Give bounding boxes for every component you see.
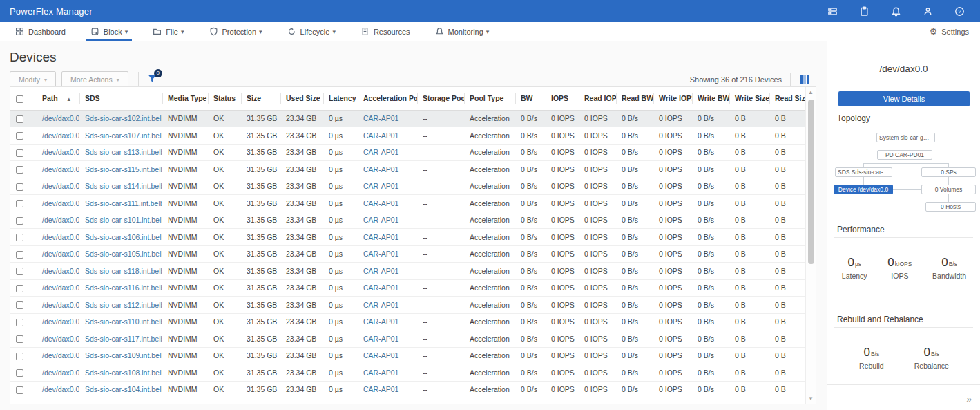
sds-link[interactable]: Sds-sio-car-s116.int.belbone.be bbox=[85, 283, 162, 292]
path-link[interactable]: /dev/dax0.0 bbox=[42, 301, 79, 309]
acceleration_pool-link[interactable]: CAR-AP01 bbox=[363, 131, 398, 140]
column-settings-button[interactable] bbox=[799, 75, 810, 84]
path-link[interactable]: /dev/dax0.0 bbox=[42, 385, 79, 393]
sds-link[interactable]: Sds-sio-car-s102.int.belbone.be bbox=[85, 114, 162, 122]
column-header-status[interactable]: Status bbox=[208, 87, 241, 110]
row-checkbox[interactable] bbox=[16, 386, 23, 394]
column-header-write_bw[interactable]: Write BW bbox=[692, 87, 729, 110]
scroll-up-arrow[interactable]: ▲ bbox=[806, 89, 816, 95]
topology-node-hosts[interactable]: 0 Hosts bbox=[925, 202, 976, 212]
table-row[interactable]: /dev/dax0.0Sds-sio-car-s115.int.belbone.… bbox=[10, 161, 805, 178]
row-checkbox[interactable] bbox=[16, 285, 23, 292]
column-header-pool_type[interactable]: Pool Type bbox=[464, 87, 515, 110]
cell-sds[interactable]: Sds-sio-car-s114.int.belbone.be bbox=[79, 178, 162, 195]
path-link[interactable]: /dev/dax0.0 bbox=[42, 199, 79, 207]
nav-item-file[interactable]: File▾ bbox=[143, 22, 199, 41]
table-row[interactable]: /dev/dax0.0Sds-sio-car-s108.int.belbone.… bbox=[10, 364, 805, 382]
cell-sds[interactable]: Sds-sio-car-s115.int.belbone.be bbox=[79, 161, 162, 178]
sds-link[interactable]: Sds-sio-car-s117.int.belbone.be bbox=[85, 335, 162, 343]
cell-acceleration_pool[interactable]: CAR-AP01 bbox=[358, 364, 417, 382]
row-checkbox[interactable] bbox=[16, 251, 23, 259]
cell-sds[interactable]: Sds-sio-car-s104.int.belbone.be bbox=[79, 381, 162, 398]
column-header-bw[interactable]: BW bbox=[515, 87, 546, 110]
column-header-write_iops[interactable]: Write IOPS bbox=[653, 87, 692, 110]
cell-acceleration_pool[interactable]: CAR-AP01 bbox=[358, 381, 417, 398]
scrollbar-thumb[interactable] bbox=[808, 100, 814, 264]
acceleration_pool-link[interactable]: CAR-AP01 bbox=[363, 216, 398, 224]
cell-acceleration_pool[interactable]: CAR-AP01 bbox=[358, 330, 417, 348]
sds-link[interactable]: Sds-sio-car-s108.int.belbone.be bbox=[85, 369, 162, 377]
cell-acceleration_pool[interactable]: CAR-AP01 bbox=[358, 229, 417, 246]
row-checkbox[interactable] bbox=[16, 183, 23, 191]
cell-acceleration_pool[interactable]: CAR-AP01 bbox=[358, 279, 417, 297]
path-link[interactable]: /dev/dax0.0 bbox=[42, 182, 79, 190]
topology-node-sds[interactable]: SDS Sds-sio-car-s102... bbox=[835, 167, 892, 177]
cell-sds[interactable]: Sds-sio-car-s116.int.belbone.be bbox=[79, 279, 162, 297]
cell-sds[interactable]: Sds-sio-car-s107.int.belbone.be bbox=[79, 127, 162, 145]
acceleration_pool-link[interactable]: CAR-AP01 bbox=[363, 351, 398, 360]
cell-sds[interactable]: Sds-sio-car-s113.int.belbone.be bbox=[79, 144, 162, 161]
cell-sds[interactable]: Sds-sio-car-s102.int.belbone.be bbox=[79, 110, 162, 127]
cell-path[interactable]: /dev/dax0.0 bbox=[37, 110, 79, 127]
table-row[interactable]: /dev/dax0.0Sds-sio-car-s107.int.belbone.… bbox=[10, 127, 805, 145]
sds-link[interactable]: Sds-sio-car-s105.int.belbone.be bbox=[85, 250, 162, 258]
cell-acceleration_pool[interactable]: CAR-AP01 bbox=[358, 212, 417, 229]
cell-path[interactable]: /dev/dax0.0 bbox=[37, 279, 79, 297]
cell-acceleration_pool[interactable]: CAR-AP01 bbox=[358, 313, 417, 330]
path-link[interactable]: /dev/dax0.0 bbox=[42, 233, 79, 241]
sds-link[interactable]: Sds-sio-car-s115.int.belbone.be bbox=[85, 165, 162, 174]
column-header-write_size[interactable]: Write Size bbox=[729, 87, 769, 110]
cell-acceleration_pool[interactable]: CAR-AP01 bbox=[358, 263, 417, 280]
cell-sds[interactable]: Sds-sio-car-s109.int.belbone.be bbox=[79, 347, 162, 364]
cell-path[interactable]: /dev/dax0.0 bbox=[37, 229, 79, 246]
notifications-bell-icon[interactable] bbox=[890, 6, 901, 17]
cell-path[interactable]: /dev/dax0.0 bbox=[37, 195, 79, 212]
sds-link[interactable]: Sds-sio-car-s101.int.belbone.be bbox=[85, 216, 162, 224]
nav-item-dashboard[interactable]: Dashboard bbox=[6, 22, 81, 41]
cell-sds[interactable]: Sds-sio-car-s106.int.belbone.be bbox=[79, 229, 162, 246]
table-row[interactable]: /dev/dax0.0Sds-sio-car-s104.int.belbone.… bbox=[10, 381, 805, 398]
path-link[interactable]: /dev/dax0.0 bbox=[42, 267, 79, 275]
row-checkbox[interactable] bbox=[16, 369, 23, 377]
sds-link[interactable]: Sds-sio-car-s114.int.belbone.be bbox=[85, 182, 162, 190]
topology-node-device[interactable]: Device /dev/dax0.0 bbox=[834, 185, 893, 194]
table-row[interactable]: /dev/dax0.0Sds-sio-car-s106.int.belbone.… bbox=[10, 229, 805, 246]
column-header-used_size[interactable]: Used Size bbox=[280, 87, 323, 110]
acceleration_pool-link[interactable]: CAR-AP01 bbox=[363, 267, 398, 275]
column-header-read_bw[interactable]: Read BW bbox=[616, 87, 653, 110]
acceleration_pool-link[interactable]: CAR-AP01 bbox=[363, 233, 398, 241]
cell-sds[interactable]: Sds-sio-car-s112.int.belbone.be bbox=[79, 297, 162, 314]
acceleration_pool-link[interactable]: CAR-AP01 bbox=[363, 114, 398, 122]
table-row[interactable]: /dev/dax0.0Sds-sio-car-s105.int.belbone.… bbox=[10, 245, 805, 263]
table-row[interactable]: /dev/dax0.0Sds-sio-car-s116.int.belbone.… bbox=[10, 279, 805, 297]
cell-path[interactable]: /dev/dax0.0 bbox=[37, 127, 79, 145]
path-link[interactable]: /dev/dax0.0 bbox=[42, 165, 79, 174]
cell-path[interactable]: /dev/dax0.0 bbox=[37, 212, 79, 229]
column-header-storage_pool[interactable]: Storage Pool bbox=[417, 87, 464, 110]
row-checkbox[interactable] bbox=[16, 268, 23, 275]
cell-path[interactable]: /dev/dax0.0 bbox=[37, 245, 79, 263]
path-link[interactable]: /dev/dax0.0 bbox=[42, 317, 79, 326]
table-row[interactable]: /dev/dax0.0Sds-sio-car-s111.int.belbone.… bbox=[10, 195, 805, 212]
column-header-read_size[interactable]: Read Size bbox=[769, 87, 805, 110]
topology-node-volumes[interactable]: 0 Volumes bbox=[921, 185, 976, 194]
sds-link[interactable]: Sds-sio-car-s112.int.belbone.be bbox=[85, 301, 162, 309]
acceleration_pool-link[interactable]: CAR-AP01 bbox=[363, 301, 398, 309]
cell-path[interactable]: /dev/dax0.0 bbox=[37, 364, 79, 382]
table-row[interactable]: /dev/dax0.0Sds-sio-car-s114.int.belbone.… bbox=[10, 178, 805, 195]
cell-acceleration_pool[interactable]: CAR-AP01 bbox=[358, 127, 417, 145]
path-link[interactable]: /dev/dax0.0 bbox=[42, 216, 79, 224]
table-row[interactable]: /dev/dax0.0Sds-sio-car-s117.int.belbone.… bbox=[10, 330, 805, 348]
help-icon[interactable]: ? bbox=[954, 6, 965, 17]
topology-node-sps[interactable]: 0 SPs bbox=[921, 167, 976, 177]
sds-link[interactable]: Sds-sio-car-s104.int.belbone.be bbox=[85, 385, 162, 393]
cell-sds[interactable]: Sds-sio-car-s101.int.belbone.be bbox=[79, 212, 162, 229]
sds-link[interactable]: Sds-sio-car-s106.int.belbone.be bbox=[85, 233, 162, 241]
acceleration_pool-link[interactable]: CAR-AP01 bbox=[363, 317, 398, 326]
row-checkbox[interactable] bbox=[16, 319, 23, 326]
settings-button[interactable]: ⚙ Settings bbox=[930, 22, 980, 41]
column-header-media_type[interactable]: Media Type bbox=[162, 87, 208, 110]
column-header-read_iops[interactable]: Read IOPS bbox=[579, 87, 616, 110]
row-checkbox[interactable] bbox=[16, 301, 23, 309]
column-header-latency[interactable]: Latency bbox=[323, 87, 358, 110]
